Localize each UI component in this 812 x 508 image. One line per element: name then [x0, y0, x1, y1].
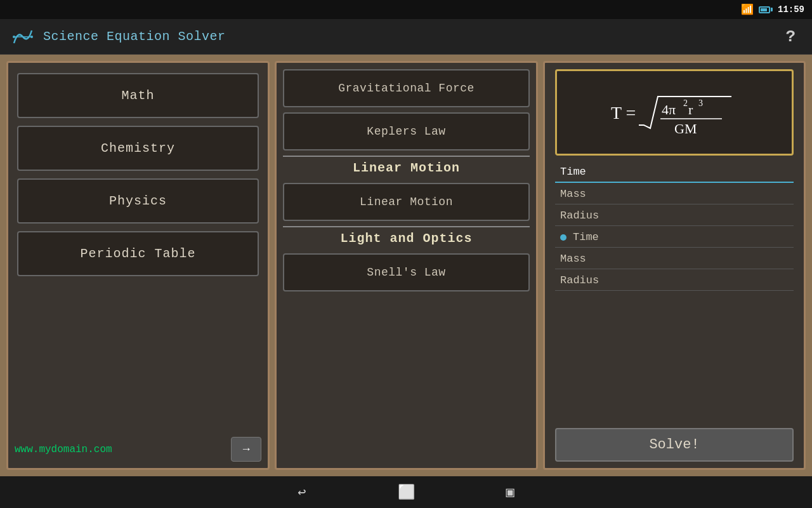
- status-bar: 📶 11:59: [0, 0, 812, 19]
- svg-text:r: r: [688, 102, 693, 117]
- title-bar: Science Equation Solver ?: [0, 19, 812, 55]
- battery-icon: [759, 6, 773, 13]
- category-periodic-table[interactable]: Periodic Table: [17, 231, 259, 276]
- category-physics[interactable]: Physics: [17, 178, 259, 224]
- category-math[interactable]: Math: [17, 73, 259, 118]
- svg-text:4π: 4π: [662, 102, 676, 117]
- back-button[interactable]: ↩: [290, 480, 313, 505]
- section-light-optics: Light and Optics: [283, 226, 530, 248]
- svg-point-2: [30, 36, 33, 38]
- variable-list: Time Mass Radius Time Mass Radius: [555, 162, 794, 291]
- topic-snells-law[interactable]: Snell's Law: [283, 253, 530, 291]
- svg-text:T =: T =: [611, 103, 636, 123]
- variable-mass-top[interactable]: Mass: [555, 184, 794, 204]
- recent-button[interactable]: ▣: [499, 480, 522, 505]
- topic-gravitational-force[interactable]: Gravitational Force: [283, 69, 530, 107]
- svg-point-1: [13, 36, 15, 38]
- app-title: Science Equation Solver: [43, 29, 779, 44]
- svg-text:GM: GM: [674, 121, 697, 137]
- main-content: Math Chemistry Physics Periodic Table ww…: [0, 55, 812, 476]
- solve-button[interactable]: Solve!: [555, 428, 794, 462]
- svg-text:2: 2: [683, 98, 688, 108]
- nav-bar: ↩ ⬜ ▣: [0, 476, 812, 508]
- domain-link[interactable]: www.mydomain.com: [15, 444, 112, 455]
- bottom-bar-left: www.mydomain.com →: [15, 437, 261, 462]
- category-chemistry[interactable]: Chemistry: [17, 126, 259, 171]
- variable-time-top[interactable]: Time: [555, 162, 794, 183]
- variable-radius-bottom[interactable]: Radius: [555, 271, 794, 291]
- arrow-button[interactable]: →: [231, 437, 261, 462]
- svg-text:3: 3: [698, 98, 703, 108]
- help-button[interactable]: ?: [779, 25, 802, 49]
- clock: 11:59: [778, 4, 804, 15]
- wifi-icon: 📶: [741, 3, 754, 16]
- variable-radius-top[interactable]: Radius: [555, 206, 794, 226]
- topic-linear-motion[interactable]: Linear Motion: [283, 183, 530, 221]
- section-linear-motion: Linear Motion: [283, 156, 530, 178]
- formula-display: T = 4π 2 r 3 GM: [555, 69, 794, 156]
- variable-time-bottom[interactable]: Time: [555, 227, 794, 248]
- home-button[interactable]: ⬜: [390, 480, 422, 505]
- left-panel: Math Chemistry Physics Periodic Table ww…: [6, 61, 270, 470]
- variable-mass-bottom[interactable]: Mass: [555, 249, 794, 269]
- app-logo: [10, 24, 36, 50]
- middle-panel: Gravitational Force Keplers Law Linear M…: [275, 61, 538, 470]
- right-panel: T = 4π 2 r 3 GM Time: [543, 61, 806, 470]
- topic-keplers-law[interactable]: Keplers Law: [283, 112, 530, 150]
